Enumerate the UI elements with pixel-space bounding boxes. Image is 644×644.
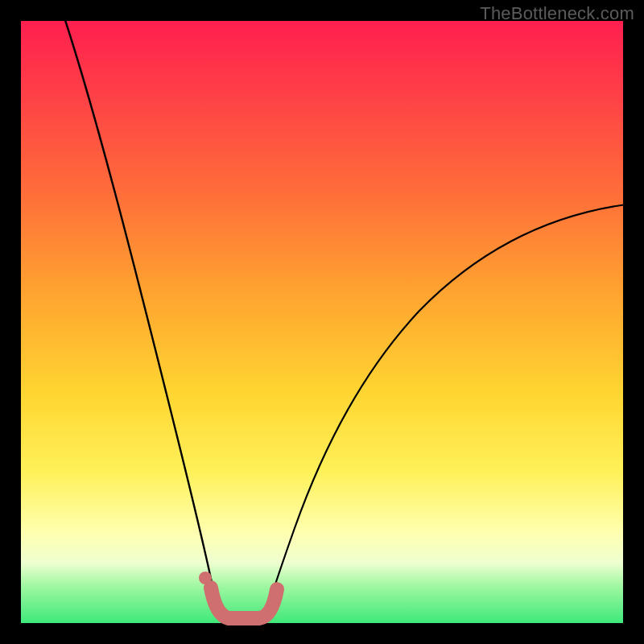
left-curve [63, 13, 222, 623]
chart-frame: TheBottleneck.com [0, 0, 644, 644]
curves-svg [21, 21, 623, 623]
plot-area [21, 21, 623, 623]
ridge-bracket [211, 588, 277, 618]
right-curve [262, 204, 626, 623]
watermark-text: TheBottleneck.com [480, 3, 634, 24]
